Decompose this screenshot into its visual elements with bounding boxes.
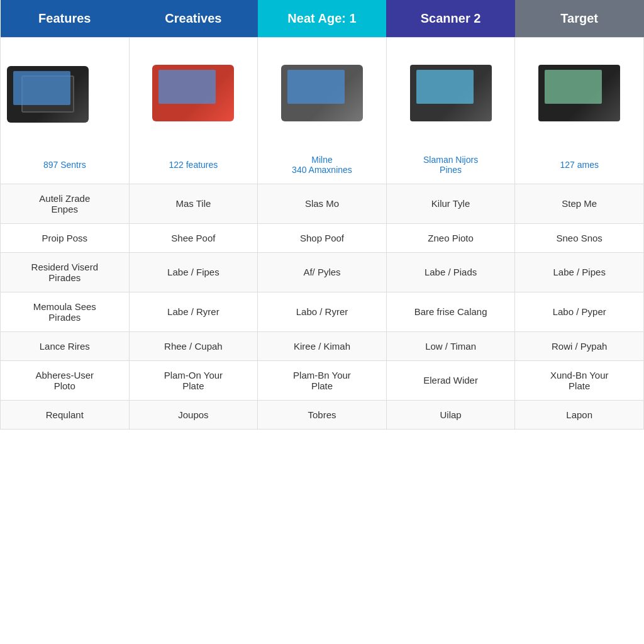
cell-row1-col5: Step Me	[515, 184, 644, 223]
subtitle-4: Slaman Nijors Pines	[386, 151, 515, 184]
device-cell-2	[129, 38, 258, 151]
cell-row4-col2: Labe / Ryrer	[129, 292, 258, 331]
table-row: Requlant Joupos Tobres Uilap Lapon	[1, 400, 644, 429]
table-row: Lance Rires Rhee / Cupah Kiree / Kimah L…	[1, 331, 644, 360]
subtitle-1: 897 Sentrs	[1, 151, 130, 184]
cell-row7-col5: Lapon	[515, 400, 644, 429]
cell-row2-col5: Sneo Snos	[515, 223, 644, 252]
header-creatives: Creatives	[129, 0, 258, 38]
cell-row4-col5: Labo / Pyper	[515, 292, 644, 331]
cell-row1-col1: Auteli Zrade Enpes	[1, 184, 130, 223]
cell-row2-col3: Shop Poof	[258, 223, 387, 252]
cell-row1-col4: Kilur Tyle	[386, 184, 515, 223]
device-cell-3	[258, 38, 387, 151]
cell-row6-col4: Elerad Wider	[386, 360, 515, 400]
header-target: Target	[515, 0, 644, 38]
cell-row3-col1: Residerd Viserd Pirades	[1, 252, 130, 292]
cell-row1-col2: Mas Tile	[129, 184, 258, 223]
cell-row4-col3: Labo / Ryrer	[258, 292, 387, 331]
table-row: Residerd Viserd Pirades Labe / Fipes Af/…	[1, 252, 644, 292]
cell-row2-col4: Zneo Pioto	[386, 223, 515, 252]
table-row: Memoula Sees Pirades Labe / Ryrer Labo /…	[1, 292, 644, 331]
table-row: Auteli Zrade Enpes Mas Tile Slas Mo Kilu…	[1, 184, 644, 223]
subtitle-row: 897 Sentrs 122 features Milne 340 Amaxni…	[1, 151, 644, 184]
cell-row2-col1: Proip Poss	[1, 223, 130, 252]
device-cell-1	[1, 38, 130, 151]
cell-row7-col3: Tobres	[258, 400, 387, 429]
cell-row3-col3: Af/ Pyles	[258, 252, 387, 292]
cell-row2-col2: Shee Poof	[129, 223, 258, 252]
table-row: Abheres-User Ploto Plam-On Your Plate Pl…	[1, 360, 644, 400]
cell-row5-col4: Low / Timan	[386, 331, 515, 360]
cell-row3-col4: Labe / Piads	[386, 252, 515, 292]
cell-row4-col4: Bare frise Calang	[386, 292, 515, 331]
cell-row4-col1: Memoula Sees Pirades	[1, 292, 130, 331]
cell-row1-col3: Slas Mo	[258, 184, 387, 223]
cell-row5-col3: Kiree / Kimah	[258, 331, 387, 360]
cell-row3-col5: Labe / Pipes	[515, 252, 644, 292]
cell-row5-col5: Rowi / Pypah	[515, 331, 644, 360]
cell-row7-col4: Uilap	[386, 400, 515, 429]
cell-row7-col2: Joupos	[129, 400, 258, 429]
subtitle-2: 122 features	[129, 151, 258, 184]
subtitle-5: 127 ames	[515, 151, 644, 184]
table-row: Proip Poss Shee Poof Shop Poof Zneo Piot…	[1, 223, 644, 252]
header-scanner: Scanner 2	[386, 0, 515, 38]
cell-row7-col1: Requlant	[1, 400, 130, 429]
cell-row6-col2: Plam-On Your Plate	[129, 360, 258, 400]
device-cell-4	[386, 38, 515, 151]
header-neatage: Neat Age: 1	[258, 0, 387, 38]
cell-row5-col1: Lance Rires	[1, 331, 130, 360]
cell-row3-col2: Labe / Fipes	[129, 252, 258, 292]
header-features: Features	[1, 0, 130, 38]
cell-row5-col2: Rhee / Cupah	[129, 331, 258, 360]
cell-row6-col3: Plam-Bn Your Plate	[258, 360, 387, 400]
cell-row6-col5: Xund-Bn Your Plate	[515, 360, 644, 400]
device-cell-5	[515, 38, 644, 151]
subtitle-3: Milne 340 Amaxnines	[258, 151, 387, 184]
cell-row6-col1: Abheres-User Ploto	[1, 360, 130, 400]
device-row	[1, 38, 644, 151]
